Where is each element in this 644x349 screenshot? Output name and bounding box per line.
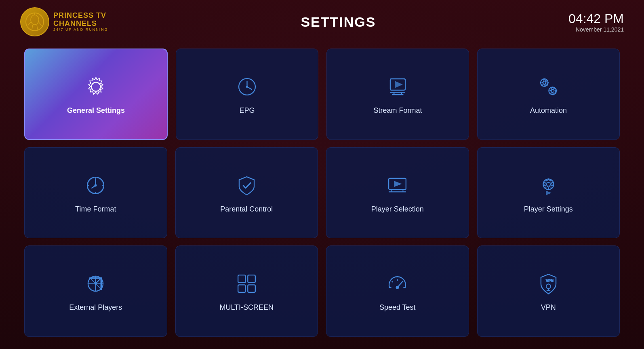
svg-point-0	[26, 13, 44, 31]
svg-line-57	[402, 281, 403, 282]
tile-vpn[interactable]: VPN VPN	[477, 245, 620, 337]
logo-area: PRINCESS TV CHANNELS 24/7 UP AND RUNNING	[20, 7, 108, 36]
tile-general-settings[interactable]: General Settings	[24, 49, 168, 140]
main-content: General Settings EPG Stream Format Autom…	[0, 40, 644, 349]
svg-point-11	[246, 86, 248, 87]
svg-marker-32	[394, 181, 401, 186]
tile-label-stream-format: Stream Format	[373, 106, 422, 115]
player-settings-icon	[535, 172, 562, 199]
tile-label-automation: Automation	[530, 106, 567, 115]
tile-multi-screen[interactable]: MULTI-SCREEN	[175, 245, 318, 337]
tile-player-settings[interactable]: Player Settings	[477, 147, 620, 239]
automation-icon	[535, 74, 562, 100]
tile-label-time-format: Time Format	[75, 205, 116, 214]
tile-label-general-settings: General Settings	[67, 106, 125, 115]
logo-title: PRINCESS TV	[53, 12, 108, 20]
svg-rect-47	[238, 275, 246, 283]
player-icon	[384, 172, 410, 199]
multiscreen-icon	[234, 271, 260, 297]
page-title: SETTINGS	[301, 14, 376, 30]
time-icon	[82, 172, 109, 199]
tile-label-player-settings: Player Settings	[524, 205, 573, 214]
grid-row-2: External Players MULTI-SCREEN Speed Test…	[24, 245, 620, 337]
svg-rect-49	[238, 285, 246, 292]
svg-point-19	[543, 81, 546, 84]
svg-marker-38	[546, 191, 551, 195]
svg-text:VPN: VPN	[546, 279, 554, 283]
svg-point-7	[91, 82, 100, 91]
logo-subtitle: 24/7 UP AND RUNNING	[53, 28, 108, 32]
svg-line-46	[96, 278, 101, 284]
tile-label-vpn: VPN	[541, 303, 556, 312]
tile-parental-control[interactable]: Parental Control	[175, 147, 318, 239]
grid-row-1: Time Format Parental Control Player Sele…	[24, 147, 620, 239]
tile-label-parental-control: Parental Control	[220, 205, 273, 214]
logo-circle	[20, 7, 49, 36]
svg-point-52	[396, 286, 399, 289]
external-icon	[82, 271, 109, 297]
svg-rect-50	[248, 285, 255, 292]
tile-label-external-players: External Players	[69, 303, 122, 312]
logo-channels: CHANNELS	[53, 20, 108, 28]
svg-marker-13	[395, 81, 402, 87]
tile-time-format[interactable]: Time Format	[24, 147, 167, 239]
svg-point-37	[547, 182, 550, 186]
tile-speed-test[interactable]: Speed Test	[326, 245, 469, 337]
shield-icon	[234, 172, 260, 199]
clock-date: November 11,2021	[576, 26, 624, 33]
tile-stream-format[interactable]: Stream Format	[326, 49, 469, 140]
svg-point-26	[95, 184, 97, 186]
page-wrapper: PRINCESS TV CHANNELS 24/7 UP AND RUNNING…	[0, 0, 644, 349]
logo-text: PRINCESS TV CHANNELS 24/7 UP AND RUNNING	[53, 12, 108, 32]
tile-external-players[interactable]: External Players	[24, 245, 167, 337]
clock-time: 04:42 PM	[568, 11, 624, 26]
logo-icon	[25, 12, 45, 32]
tile-label-multi-screen: MULTI-SCREEN	[219, 303, 274, 312]
gear-icon	[83, 74, 109, 100]
vpn-icon: VPN	[535, 271, 562, 297]
tile-automation[interactable]: Automation	[477, 49, 620, 140]
header: PRINCESS TV CHANNELS 24/7 UP AND RUNNING…	[0, 0, 644, 40]
clock-icon	[234, 74, 260, 100]
svg-rect-48	[248, 275, 255, 283]
tile-label-player-selection: Player Selection	[371, 205, 424, 214]
svg-point-21	[551, 89, 554, 92]
stream-icon	[385, 74, 411, 100]
clock-area: 04:42 PM November 11,2021	[568, 11, 624, 33]
tile-epg[interactable]: EPG	[176, 49, 318, 140]
tile-label-speed-test: Speed Test	[379, 303, 416, 312]
tile-label-epg: EPG	[239, 106, 255, 115]
tile-player-selection[interactable]: Player Selection	[326, 147, 469, 239]
speedtest-icon	[384, 271, 410, 297]
svg-line-56	[392, 281, 393, 282]
grid-row-0: General Settings EPG Stream Format Autom…	[24, 49, 620, 140]
